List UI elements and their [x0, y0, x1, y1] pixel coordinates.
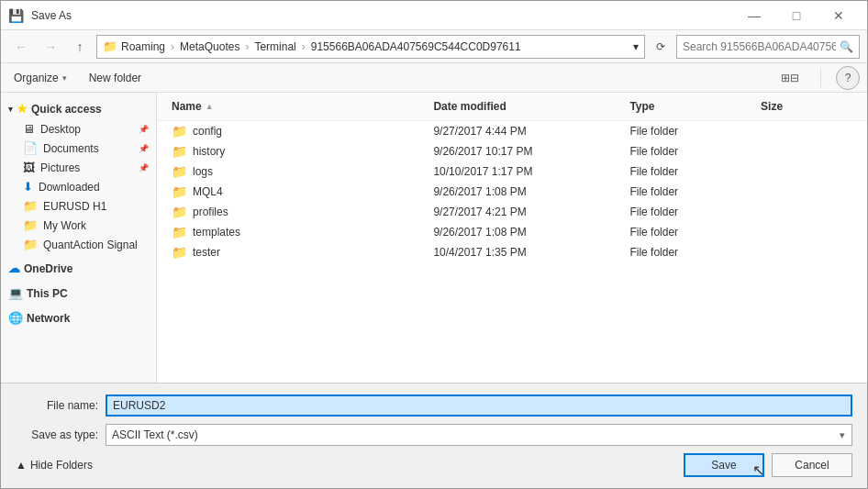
toolbar: ← → ↑ 📁 Roaming › MetaQuotes › Terminal … — [1, 30, 867, 63]
sidebar-item-desktop[interactable]: 🖥 Desktop 📌 — [1, 119, 156, 139]
table-row[interactable]: 📁 templates 9/26/2017 1:08 PM File folde… — [157, 222, 867, 242]
file-name-config: 📁 config — [172, 124, 433, 139]
view-button[interactable]: ⊞⊟ — [774, 66, 806, 90]
back-button[interactable]: ← — [8, 35, 34, 59]
collapse-arrow-icon: ▾ — [8, 105, 13, 114]
col-size-header[interactable]: Size — [761, 96, 852, 117]
window-icon: 💾 — [8, 8, 24, 23]
organize-chevron-icon: ▾ — [62, 73, 67, 83]
save-as-dialog: 💾 Save As — □ ✕ ← → ↑ 📁 Roaming › MetaQu… — [0, 0, 868, 489]
bottom-form-area: File name: Save as type: ASCII Text (*.c… — [1, 383, 867, 488]
new-folder-button[interactable]: New folder — [83, 68, 147, 88]
actions-bar: Organize ▾ New folder ⊞⊟ ? — [1, 63, 867, 93]
sidebar-item-my-work[interactable]: 📁 My Work — [1, 216, 156, 235]
pictures-icon: 🖼 — [23, 161, 35, 174]
content-area: Name ▲ Date modified Type Size 📁 config — [157, 93, 867, 383]
folder-icon-profiles: 📁 — [172, 205, 187, 219]
cancel-button[interactable]: Cancel — [772, 453, 852, 477]
documents-icon: 📄 — [23, 141, 38, 155]
folder-icon-mql4: 📁 — [172, 184, 187, 199]
saveas-select-wrapper: ASCII Text (*.csv) CSV (*.csv) Text (*.t… — [106, 424, 852, 446]
thispc-section: 💻 This PC — [1, 281, 156, 306]
sort-arrow-icon: ▲ — [206, 102, 214, 111]
downloaded-icon: ⬇ — [23, 180, 33, 194]
search-bar-container: 🔍 — [676, 35, 860, 59]
column-headers: Name ▲ Date modified Type Size — [157, 93, 867, 121]
folder-icon-logs: 📁 — [172, 164, 187, 179]
thispc-icon: 💻 — [8, 286, 23, 300]
sidebar-item-documents[interactable]: 📄 Documents 📌 — [1, 139, 156, 158]
minimize-button[interactable]: — — [733, 1, 775, 30]
quantaction-folder-icon: 📁 — [23, 238, 38, 251]
address-roaming: Roaming — [121, 40, 165, 53]
file-name-mql4: 📁 MQL4 — [172, 184, 433, 199]
file-name-history: 📁 history — [172, 144, 433, 159]
button-row: ▲ Hide Folders Save ↖ Cancel — [16, 453, 852, 477]
pin-icon-documents: 📌 — [139, 144, 149, 153]
filename-label: File name: — [16, 399, 98, 412]
onedrive-section: ☁ OneDrive — [1, 256, 156, 281]
address-terminal: Terminal — [254, 40, 295, 53]
network-item[interactable]: 🌐 Network — [1, 307, 156, 328]
table-row[interactable]: 📁 MQL4 9/26/2017 1:08 PM File folder — [157, 182, 867, 202]
onedrive-item[interactable]: ☁ OneDrive — [1, 258, 156, 279]
title-bar: 💾 Save As — □ ✕ — [1, 1, 867, 30]
sidebar-item-eurusd-h1[interactable]: 📁 EURUSD H1 — [1, 196, 156, 216]
main-area: ▾ ★ Quick access 🖥 Desktop 📌 📄 Documents… — [1, 93, 867, 383]
folder-icon-tester: 📁 — [172, 245, 187, 260]
refresh-button[interactable]: ⟳ — [649, 35, 673, 59]
table-row[interactable]: 📁 logs 10/10/2017 1:17 PM File folder — [157, 161, 867, 182]
address-folder-icon: 📁 — [103, 39, 117, 53]
hide-folders-arrow-icon: ▲ — [16, 459, 27, 472]
onedrive-icon: ☁ — [8, 261, 20, 275]
quick-access-section: ▾ ★ Quick access 🖥 Desktop 📌 📄 Documents… — [1, 96, 156, 256]
organize-button[interactable]: Organize ▾ — [8, 68, 72, 88]
col-type-header[interactable]: Type — [629, 96, 761, 117]
table-row[interactable]: 📁 history 9/26/2017 10:17 PM File folder — [157, 141, 867, 161]
saveas-select[interactable]: ASCII Text (*.csv) CSV (*.csv) Text (*.t… — [106, 424, 852, 446]
thispc-item[interactable]: 💻 This PC — [1, 283, 156, 304]
address-bar[interactable]: 📁 Roaming › MetaQuotes › Terminal › 9155… — [96, 35, 645, 59]
sidebar-item-downloaded[interactable]: ⬇ Downloaded — [1, 177, 156, 196]
file-name-logs: 📁 logs — [172, 164, 433, 179]
forward-button[interactable]: → — [38, 35, 63, 59]
title-bar-left: 💾 Save As — [8, 8, 72, 23]
col-name-header[interactable]: Name ▲ — [172, 96, 433, 117]
network-icon: 🌐 — [8, 311, 23, 325]
file-name-templates: 📁 templates — [172, 225, 433, 239]
address-guid: 915566BA06ADA407569C544CC0D97611 — [311, 40, 521, 53]
up-button[interactable]: ↑ — [67, 35, 93, 59]
folder-icon-history: 📁 — [172, 144, 187, 159]
eurusd-folder-icon: 📁 — [23, 199, 38, 213]
address-metaquotes: MetaQuotes — [180, 40, 239, 53]
desktop-icon: 🖥 — [23, 122, 35, 136]
save-button[interactable]: Save ↖ — [684, 453, 764, 477]
filename-input[interactable] — [106, 395, 852, 417]
maximize-button[interactable]: □ — [775, 1, 818, 30]
file-name-profiles: 📁 profiles — [172, 205, 433, 219]
quick-access-star-icon: ★ — [17, 102, 28, 116]
saveas-row: Save as type: ASCII Text (*.csv) CSV (*.… — [16, 424, 852, 446]
sidebar-item-pictures[interactable]: 🖼 Pictures 📌 — [1, 158, 156, 177]
quick-access-header[interactable]: ▾ ★ Quick access — [1, 98, 156, 119]
search-icon: 🔍 — [840, 40, 853, 53]
title-controls: — □ ✕ — [733, 1, 860, 30]
pin-icon-desktop: 📌 — [139, 125, 149, 134]
cursor-indicator: ↖ — [752, 461, 764, 479]
search-input[interactable] — [683, 40, 836, 53]
file-name-tester: 📁 tester — [172, 245, 433, 260]
sidebar: ▾ ★ Quick access 🖥 Desktop 📌 📄 Documents… — [1, 93, 157, 383]
hide-folders-button[interactable]: ▲ Hide Folders — [16, 459, 93, 472]
window-title: Save As — [31, 9, 72, 22]
pin-icon-pictures: 📌 — [139, 163, 149, 172]
folder-icon-config: 📁 — [172, 124, 187, 139]
sidebar-item-quantaction-signal[interactable]: 📁 QuantAction Signal — [1, 235, 156, 254]
table-row[interactable]: 📁 config 9/27/2017 4:44 PM File folder — [157, 121, 867, 141]
saveas-label: Save as type: — [16, 428, 98, 441]
table-row[interactable]: 📁 tester 10/4/2017 1:35 PM File folder — [157, 242, 867, 262]
help-button[interactable]: ? — [836, 66, 860, 90]
close-button[interactable]: ✕ — [818, 1, 860, 30]
col-date-header[interactable]: Date modified — [433, 96, 629, 117]
table-row[interactable]: 📁 profiles 9/27/2017 4:21 PM File folder — [157, 202, 867, 222]
filename-row: File name: — [16, 395, 852, 417]
